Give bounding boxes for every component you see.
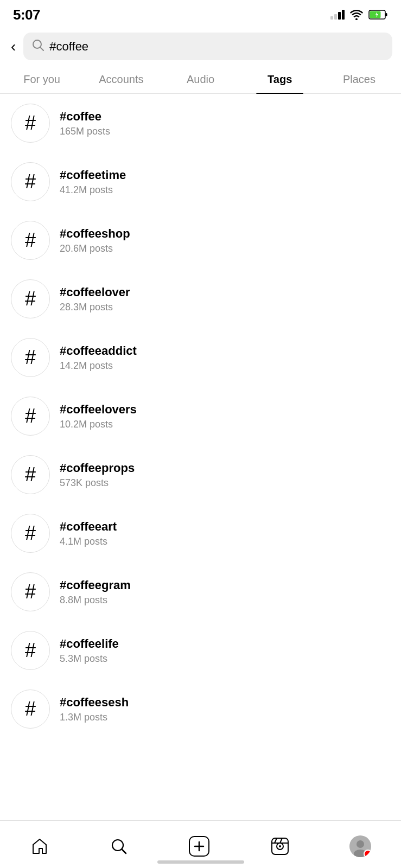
tab-for-you[interactable]: For you	[2, 66, 81, 93]
hash-icon: #	[25, 405, 36, 427]
hashtag-name: #coffeesesh	[60, 695, 129, 710]
tab-tags[interactable]: Tags	[240, 66, 320, 93]
hashtag-info-1: #coffeetime 41.2M posts	[60, 168, 126, 196]
svg-rect-1	[370, 11, 381, 18]
search-input-value: #coffee	[49, 40, 88, 54]
tabs-bar: For you Accounts Audio Tags Places	[0, 66, 401, 94]
hashtag-item[interactable]: # #coffeegram 8.8M posts	[0, 563, 401, 621]
hashtag-info-6: #coffeeprops 573K posts	[60, 461, 135, 489]
search-header: ‹ #coffee	[0, 27, 401, 66]
back-button[interactable]: ‹	[9, 37, 18, 56]
svg-line-4	[41, 48, 44, 51]
hashtag-avatar-9: #	[11, 631, 50, 670]
hashtag-item[interactable]: # #coffeelover 28.3M posts	[0, 270, 401, 328]
search-icon	[32, 39, 44, 54]
hashtag-info-7: #coffeeart 4.1M posts	[60, 520, 117, 547]
home-indicator	[157, 860, 244, 864]
hashtag-posts: 14.2M posts	[60, 360, 137, 372]
hashtag-posts: 41.2M posts	[60, 184, 126, 196]
tab-audio[interactable]: Audio	[161, 66, 240, 93]
hashtag-avatar-3: #	[11, 279, 50, 318]
hashtag-posts: 28.3M posts	[60, 302, 130, 313]
search-bar[interactable]: #coffee	[23, 33, 392, 60]
hashtag-avatar-2: #	[11, 221, 50, 260]
hashtag-name: #coffeetime	[60, 168, 126, 182]
hashtag-info-0: #coffee 165M posts	[60, 110, 110, 137]
hashtag-posts: 573K posts	[60, 477, 135, 489]
tab-places[interactable]: Places	[320, 66, 399, 93]
hashtag-posts: 4.1M posts	[60, 536, 117, 547]
hashtag-info-8: #coffeegram 8.8M posts	[60, 578, 131, 606]
svg-point-3	[33, 40, 41, 48]
svg-line-14	[275, 838, 277, 843]
hashtag-name: #coffee	[60, 110, 110, 124]
hash-icon: #	[25, 639, 36, 662]
nav-home[interactable]	[30, 837, 49, 856]
hashtag-avatar-5: #	[11, 397, 50, 436]
hashtag-item[interactable]: # #coffeeprops 573K posts	[0, 445, 401, 504]
hashtag-name: #coffeelovers	[60, 403, 137, 417]
hashtag-name: #coffeegram	[60, 578, 131, 592]
hashtag-avatar-7: #	[11, 514, 50, 553]
hashtag-item[interactable]: # #coffeeshop 20.6M posts	[0, 211, 401, 270]
hashtag-name: #coffeelover	[60, 285, 130, 299]
hashtag-avatar-1: #	[11, 162, 50, 201]
hash-icon: #	[25, 112, 36, 135]
svg-point-12	[279, 845, 281, 847]
hashtag-info-2: #coffeeshop 20.6M posts	[60, 227, 130, 254]
hashtag-name: #coffeelife	[60, 637, 119, 651]
hashtag-posts: 20.6M posts	[60, 243, 130, 254]
hashtag-name: #coffeeaddict	[60, 344, 137, 358]
hashtag-item[interactable]: # #coffeetime 41.2M posts	[0, 152, 401, 211]
nav-add[interactable]	[188, 835, 210, 857]
hashtag-posts: 8.8M posts	[60, 595, 131, 606]
signal-icon	[330, 10, 345, 20]
hashtag-posts: 10.2M posts	[60, 419, 137, 430]
hash-icon: #	[25, 288, 36, 310]
hashtag-name: #coffeeshop	[60, 227, 130, 241]
status-time: 5:07	[13, 7, 40, 23]
hashtag-item[interactable]: # #coffee 165M posts	[0, 94, 401, 152]
hashtag-avatar-0: #	[11, 104, 50, 143]
hashtag-info-3: #coffeelover 28.3M posts	[60, 285, 130, 313]
hashtag-posts: 1.3M posts	[60, 712, 129, 723]
status-icons	[330, 9, 388, 20]
nav-search[interactable]	[109, 837, 129, 856]
hashtag-avatar-8: #	[11, 572, 50, 611]
hashtag-posts: 165M posts	[60, 126, 110, 137]
battery-icon	[368, 9, 388, 20]
nav-profile[interactable]	[349, 835, 371, 857]
hashtag-info-9: #coffeelife 5.3M posts	[60, 637, 119, 665]
status-bar: 5:07	[0, 0, 401, 27]
hash-icon: #	[25, 698, 36, 720]
hashtag-item[interactable]: # #coffeelife 5.3M posts	[0, 621, 401, 680]
svg-line-15	[280, 838, 282, 843]
hashtag-item[interactable]: # #coffeelovers 10.2M posts	[0, 387, 401, 445]
hashtag-list: # #coffee 165M posts # #coffeetime 41.2M…	[0, 94, 401, 787]
hash-icon: #	[25, 580, 36, 603]
hash-icon: #	[25, 463, 36, 486]
hash-icon: #	[25, 170, 36, 193]
hashtag-info-4: #coffeeaddict 14.2M posts	[60, 344, 137, 372]
hash-icon: #	[25, 229, 36, 252]
hashtag-item[interactable]: # #coffeeaddict 14.2M posts	[0, 328, 401, 387]
hashtag-name: #coffeeprops	[60, 461, 135, 475]
hashtag-posts: 5.3M posts	[60, 653, 119, 665]
hash-icon: #	[25, 522, 36, 545]
tab-accounts[interactable]: Accounts	[81, 66, 161, 93]
hashtag-item[interactable]: # #coffeesesh 1.3M posts	[0, 680, 401, 738]
hashtag-info-5: #coffeelovers 10.2M posts	[60, 403, 137, 430]
profile-avatar	[349, 835, 371, 857]
wifi-icon	[349, 9, 364, 20]
hash-icon: #	[25, 346, 36, 369]
svg-line-6	[122, 849, 126, 853]
hashtag-item[interactable]: # #coffeeart 4.1M posts	[0, 504, 401, 563]
svg-rect-2	[385, 13, 387, 16]
hashtag-info-10: #coffeesesh 1.3M posts	[60, 695, 129, 723]
nav-reels[interactable]	[270, 837, 290, 856]
svg-point-17	[357, 840, 364, 848]
hashtag-avatar-4: #	[11, 338, 50, 377]
hashtag-avatar-6: #	[11, 455, 50, 494]
hashtag-avatar-10: #	[11, 690, 50, 729]
hashtag-name: #coffeeart	[60, 520, 117, 534]
